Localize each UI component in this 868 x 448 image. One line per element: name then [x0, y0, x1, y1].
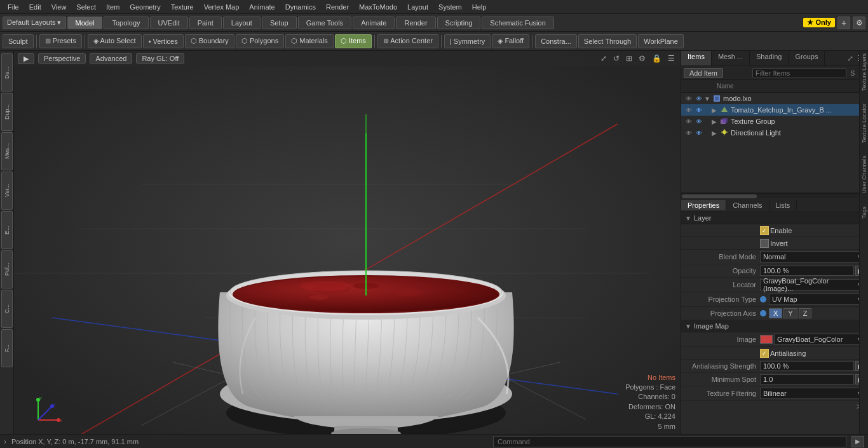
viewport-expand-btn[interactable]: ▶ [18, 53, 34, 64]
vertical-label-texture-layers[interactable]: Texture Layers [861, 53, 867, 91]
tab-mesh[interactable]: Mesh ... [712, 51, 750, 65]
viewport-advanced-btn[interactable]: Advanced [90, 53, 132, 64]
image-dropdown[interactable]: GravyBoat_FogColor ▼ [774, 334, 865, 345]
eye-icon-2[interactable]: 👁 [684, 105, 694, 115]
layout-tab-scripting[interactable]: Scripting [437, 17, 481, 29]
opacity-input[interactable] [760, 266, 854, 276]
layout-dropdown[interactable]: Default Layouts ▾ [3, 17, 66, 29]
menu-layout[interactable]: Layout [402, 2, 433, 12]
menu-edit[interactable]: Edit [24, 2, 46, 12]
sidebar-item-pol[interactable]: Pol... [1, 250, 13, 288]
layout-tab-render[interactable]: Render [396, 17, 435, 29]
axis-z-button[interactable]: Z [799, 308, 812, 318]
falloff-button[interactable]: ◈ Falloff [492, 34, 529, 48]
layout-tab-gametools[interactable]: Game Tools [298, 17, 352, 29]
expand-icon-2[interactable]: ▶ [712, 107, 719, 114]
items-button[interactable]: ⬡ Items [335, 34, 372, 48]
aa-strength-input[interactable] [760, 361, 854, 371]
eye-icon-4[interactable]: 👁 [684, 128, 694, 138]
viewport-icon-frame[interactable]: ⊞ [624, 53, 634, 64]
eye-icon-3b[interactable]: 👁 [694, 116, 704, 126]
menu-animate[interactable]: Animate [244, 2, 280, 12]
eye-icon-3[interactable]: 👁 [684, 116, 694, 126]
expand-icon-4[interactable]: ▶ [712, 130, 719, 137]
menu-geometry[interactable]: Geometry [125, 2, 165, 12]
tab-shading[interactable]: Shading [750, 51, 789, 65]
command-input[interactable] [493, 436, 846, 447]
status-arrow[interactable]: › [4, 437, 6, 446]
tab-lists[interactable]: Lists [770, 200, 797, 210]
materials-button[interactable]: ⬡ Materials [285, 34, 334, 48]
texfilter-dropdown[interactable]: Bilinear ▼ [760, 388, 865, 399]
filter-items-input[interactable] [752, 68, 846, 78]
menu-view[interactable]: View [46, 2, 72, 12]
locator-dropdown[interactable]: GravyBoat_FogColor (Image)... ▼ [760, 279, 865, 290]
layout-tab-animate[interactable]: Animate [353, 17, 395, 29]
layout-tab-topology[interactable]: Topology [104, 17, 148, 29]
filter-s-btn[interactable]: S [849, 69, 856, 77]
layout-tab-uvedit[interactable]: UVEdit [150, 17, 188, 29]
viewport-area[interactable]: ▶ Perspective Advanced Ray GL: Off ⤢ ↺ ⊞… [14, 51, 681, 434]
imagemap-expand-icon[interactable]: ▼ [685, 323, 691, 330]
menu-item[interactable]: Item [101, 2, 125, 12]
tab-expand-icon[interactable]: ⤢ [846, 54, 855, 63]
layout-tab-paint[interactable]: Paint [189, 17, 222, 29]
symmetry-button[interactable]: | Symmetry [444, 34, 491, 48]
menu-select[interactable]: Select [71, 2, 101, 12]
layer-section-header[interactable]: ▼ Layer [681, 212, 868, 224]
viewport-scene[interactable]: No Items Polygons : Face Channels: 0 Def… [14, 51, 681, 434]
eye-icon-4b[interactable]: 👁 [694, 128, 704, 138]
command-submit-btn[interactable]: ▶ [851, 436, 864, 447]
menu-file[interactable]: File [3, 2, 24, 12]
constraints-button[interactable]: Constra... [535, 34, 577, 48]
viewport-camera-btn[interactable]: Perspective [38, 53, 86, 64]
vertical-label-user-channels[interactable]: User Channels [861, 156, 867, 194]
menu-maxtomodo[interactable]: MaxToModo [354, 2, 402, 12]
tab-properties[interactable]: Properties [681, 200, 726, 210]
expand-icon-1[interactable]: ▼ [704, 95, 712, 102]
viewport-raygl-btn[interactable]: Ray GL: Off [136, 53, 184, 64]
only-badge[interactable]: ★ Only [803, 18, 835, 27]
sidebar-item-ver[interactable]: Ver... [1, 172, 13, 210]
layout-tab-layout[interactable]: Layout [223, 17, 261, 29]
menu-render[interactable]: Render [321, 2, 354, 12]
sidebar-item-f[interactable]: F... [1, 329, 13, 367]
menu-texture[interactable]: Texture [166, 2, 199, 12]
layer-expand-icon[interactable]: ▼ [685, 215, 691, 222]
workplane-button[interactable]: WorkPlane [638, 34, 684, 48]
vertical-label-texture-locator[interactable]: Texture Locator [861, 104, 867, 143]
boundary-button[interactable]: ⬡ Boundary [185, 34, 234, 48]
settings-button[interactable]: ⚙ [853, 17, 865, 29]
select-through-button[interactable]: Select Through [578, 34, 637, 48]
viewport-icon-maximize[interactable]: ⤢ [599, 53, 609, 64]
projtype-dropdown[interactable]: UV Map ▼ [769, 294, 865, 305]
layout-tab-schematic[interactable]: Schematic Fusion [482, 17, 553, 29]
viewport-icon-settings[interactable]: ⚙ [637, 53, 648, 64]
viewport-icon-lock[interactable]: 🔒 [650, 53, 663, 64]
blend-mode-dropdown[interactable]: Normal ▼ [760, 251, 865, 262]
tree-item-ketchup[interactable]: 👁 👁 ▶ Tomato_Ketchup_In_Gravy_B ... [681, 104, 868, 116]
viewport-icon-reset[interactable]: ↺ [611, 53, 621, 64]
axis-y-button[interactable]: Y [783, 308, 797, 318]
menu-help[interactable]: Help [467, 2, 492, 12]
tab-items[interactable]: Items [681, 51, 712, 65]
antialiasing-checkbox-icon[interactable]: ✓ [760, 349, 769, 358]
add-item-button[interactable]: Add Item [684, 68, 723, 78]
items-scrollbar-h[interactable] [681, 193, 868, 198]
sculpt-button[interactable]: Sculpt [3, 34, 34, 48]
tab-channels[interactable]: Channels [726, 200, 769, 210]
minspot-input[interactable] [760, 374, 854, 384]
polygons-button[interactable]: ⬡ Polygons [236, 34, 284, 48]
tree-item-texgroup[interactable]: 👁 👁 ▶ Texture Group [681, 116, 868, 127]
viewport-icon-menu[interactable]: ☰ [666, 53, 677, 64]
invert-checkbox[interactable] [760, 239, 769, 248]
sidebar-item-e[interactable]: E... [1, 211, 13, 249]
add-layout-button[interactable]: + [837, 17, 850, 29]
sidebar-item-mes[interactable]: Mes... [1, 132, 13, 170]
eye-icon-2b[interactable]: 👁 [694, 105, 704, 115]
expand-icon-3[interactable]: ▶ [712, 118, 719, 125]
enable-checkbox-icon[interactable]: ✓ [760, 226, 769, 235]
tab-groups[interactable]: Groups [789, 51, 825, 65]
menu-system[interactable]: System [433, 2, 467, 12]
layout-tab-setup[interactable]: Setup [262, 17, 297, 29]
